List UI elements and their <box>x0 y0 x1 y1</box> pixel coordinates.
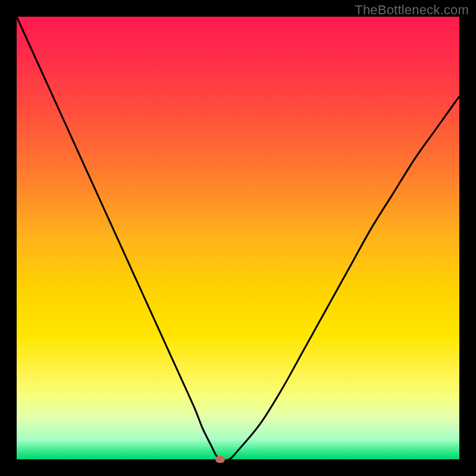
watermark-text: TheBottleneck.com <box>355 2 469 18</box>
chart-frame: TheBottleneck.com <box>0 0 476 476</box>
background-gradient <box>17 17 459 459</box>
plot-area <box>17 17 459 459</box>
svg-rect-0 <box>17 17 459 459</box>
optimal-marker <box>215 456 225 463</box>
